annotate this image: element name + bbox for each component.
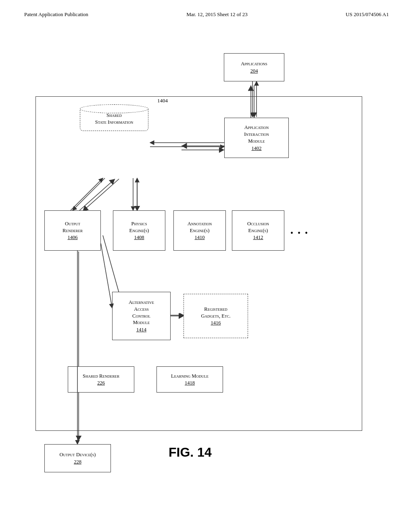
applications-number: 204 <box>250 68 258 74</box>
shared-renderer-box: Shared Renderer 226 <box>68 366 134 393</box>
output-devices-box: Output Device(s) 228 <box>44 444 111 472</box>
cylinder-top <box>80 104 148 113</box>
cylinder-container: SharedState Information <box>80 104 148 131</box>
annotation-engine-number: 1410 <box>195 235 205 241</box>
shared-renderer-number: 226 <box>97 380 105 386</box>
output-devices-label: Output Device(s) <box>59 451 96 458</box>
alt-access-label: AlternativeAccessControlModule <box>129 299 154 326</box>
cylinder-number-label: 1404 <box>157 98 168 104</box>
output-renderer-label: OutputRenderer <box>63 220 83 234</box>
applications-label: Applications <box>241 60 267 67</box>
annotation-engine-box: AnnotationEngine(s) 1410 <box>173 210 226 251</box>
occlusion-engine-label: OcclusionEngine(s) <box>247 220 269 234</box>
learning-module-box: Learning Module 1418 <box>156 366 223 393</box>
header-right: US 2015/074506 A1 <box>346 11 389 18</box>
occlusion-engine-number: 1412 <box>253 235 263 241</box>
fig-label: FIG. 14 <box>169 445 212 460</box>
app-interaction-number: 1402 <box>252 145 262 152</box>
occlusion-engine-box: OcclusionEngine(s) 1412 <box>232 210 284 251</box>
header-center: Mar. 12, 2015 Sheet 12 of 23 <box>186 11 248 18</box>
alt-access-number: 1414 <box>136 327 146 333</box>
shared-state-label: SharedState Information <box>95 112 133 126</box>
applications-box: Applications 204 <box>224 53 284 81</box>
learning-module-number: 1418 <box>185 380 195 386</box>
physics-engine-label: PhysicsEngine(s) <box>129 220 149 234</box>
output-renderer-number: 1406 <box>68 235 78 241</box>
registered-gadgets-number: 1416 <box>211 320 221 326</box>
registered-gadgets-label: RegisteredGadgets, Etc. <box>201 306 230 320</box>
output-devices-number: 228 <box>74 459 81 465</box>
more-engines-dots: • • • <box>290 229 309 238</box>
alt-access-box: AlternativeAccessControlModule 1414 <box>112 292 171 340</box>
shared-renderer-label: Shared Renderer <box>83 373 119 380</box>
output-renderer-box: OutputRenderer 1406 <box>44 210 101 251</box>
learning-module-label: Learning Module <box>171 373 209 380</box>
page-header: Patent Application Publication Mar. 12, … <box>0 0 413 22</box>
annotation-engine-label: AnnotationEngine(s) <box>188 220 212 234</box>
registered-gadgets-box: RegisteredGadgets, Etc. 1416 <box>184 294 248 338</box>
header-left: Patent Application Publication <box>24 11 88 18</box>
app-interaction-label: ApplicationInteractionModule <box>244 124 269 145</box>
app-interaction-box: ApplicationInteractionModule 1402 <box>224 118 289 158</box>
physics-engine-box: PhysicsEngine(s) 1408 <box>113 210 165 251</box>
diagram-area: Applications 204 1404 SharedState Inform… <box>0 26 413 517</box>
physics-engine-number: 1408 <box>134 235 144 241</box>
